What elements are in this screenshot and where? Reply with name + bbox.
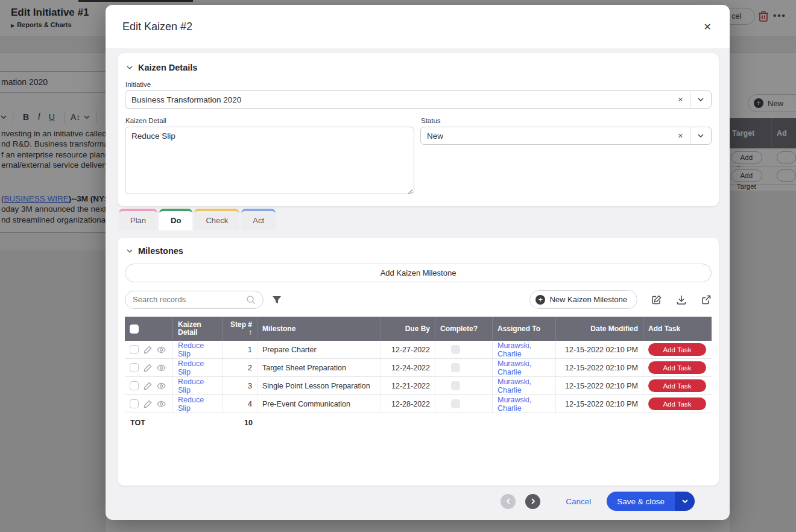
table-row: Reduce Slip 1 Prepare Charter 12-27-2022…: [125, 341, 712, 359]
add-task-button[interactable]: Add Task: [648, 379, 706, 392]
row-checkbox[interactable]: [130, 363, 139, 372]
save-and-close-label[interactable]: Save & close: [607, 492, 675, 511]
complete-checkbox[interactable]: [451, 345, 460, 354]
row-checkbox[interactable]: [130, 345, 139, 354]
step-number: 1: [223, 341, 257, 358]
kaizen-details-section-header[interactable]: Kaizen Details: [125, 63, 712, 72]
column-date-modified[interactable]: Date Modified: [556, 317, 643, 341]
clear-icon[interactable]: ✕: [671, 132, 690, 140]
status-field: ✕: [420, 127, 712, 145]
milestones-table: Kaizen Detail Step # ↑ Milestone Due By …: [125, 317, 712, 427]
kaizen-detail-link[interactable]: Reduce Slip: [178, 378, 217, 394]
dropdown-toggle[interactable]: [690, 132, 711, 139]
tab-check[interactable]: Check: [194, 209, 239, 230]
column-complete[interactable]: Complete?: [435, 317, 493, 341]
milestone-name: Target Sheet Preparation: [257, 359, 381, 376]
plus-circle-icon: +: [535, 295, 545, 305]
assigned-to-link[interactable]: Murawski, Charlie: [498, 341, 551, 358]
modal-title: Edit Kaizen #2: [122, 21, 704, 33]
kaizen-detail-link[interactable]: Reduce Slip: [178, 341, 217, 358]
date-modified: 12-15-2022 02:10 PM: [556, 359, 643, 376]
date-modified: 12-15-2022 02:10 PM: [556, 395, 643, 413]
previous-record-button[interactable]: [501, 494, 516, 509]
row-checkbox[interactable]: [130, 381, 139, 390]
edit-kaizen-modal: Edit Kaizen #2 ✕ Kaizen Details Initiati…: [106, 5, 730, 520]
column-step-sorted[interactable]: Step # ↑: [223, 317, 257, 341]
save-options-dropdown[interactable]: [675, 492, 695, 511]
due-by-date: 12-27-2022: [381, 341, 435, 358]
milestones-toolbar: + New Kaizen Milestone: [125, 290, 712, 309]
pdca-tabs: Plan Do Check Act: [119, 209, 719, 230]
edit-note-icon[interactable]: [651, 294, 662, 305]
row-checkbox[interactable]: [130, 399, 139, 408]
tab-plan[interactable]: Plan: [119, 209, 157, 230]
external-link-icon[interactable]: [701, 294, 712, 305]
close-icon[interactable]: ✕: [704, 21, 712, 33]
modal-header: Edit Kaizen #2 ✕: [106, 5, 730, 48]
status-input[interactable]: [421, 127, 671, 144]
eye-icon[interactable]: [157, 401, 166, 408]
assigned-to-link[interactable]: Murawski, Charlie: [498, 396, 551, 413]
eye-icon[interactable]: [157, 364, 166, 372]
add-kaizen-milestone-button[interactable]: Add Kaizen Milestone: [125, 264, 712, 282]
add-task-button[interactable]: Add Task: [648, 343, 706, 356]
step-number: 2: [223, 359, 257, 376]
milestones-section-header[interactable]: Milestones: [125, 246, 712, 256]
initiative-input[interactable]: [125, 91, 671, 108]
column-milestone[interactable]: Milestone: [257, 317, 381, 341]
kaizen-details-card: Kaizen Details Initiative ✕ Kaizen Detai…: [118, 53, 719, 206]
due-by-date: 12-24-2022: [381, 359, 435, 376]
tab-do[interactable]: Do: [159, 209, 192, 230]
clear-icon[interactable]: ✕: [671, 96, 690, 104]
cancel-button[interactable]: Cancel: [566, 497, 591, 506]
add-task-button[interactable]: Add Task: [648, 361, 706, 374]
total-label: TOT: [125, 419, 173, 427]
column-add-task: Add Task: [643, 317, 712, 341]
download-icon[interactable]: [676, 294, 687, 305]
table-row: Reduce Slip 2 Target Sheet Preparation 1…: [125, 359, 712, 377]
chevron-down-icon: [681, 498, 689, 505]
pencil-icon[interactable]: [144, 400, 152, 408]
eye-icon[interactable]: [157, 346, 166, 353]
search-input[interactable]: [133, 295, 246, 304]
complete-checkbox[interactable]: [451, 381, 460, 390]
milestone-name: Prepare Charter: [257, 341, 381, 358]
pencil-icon[interactable]: [144, 346, 152, 354]
kaizen-detail-link[interactable]: Reduce Slip: [178, 359, 217, 376]
pencil-icon[interactable]: [144, 364, 152, 372]
date-modified: 12-15-2022 02:10 PM: [556, 377, 643, 394]
eye-icon[interactable]: [157, 382, 166, 390]
dropdown-toggle[interactable]: [690, 96, 711, 103]
due-by-date: 12-28-2022: [381, 395, 435, 413]
complete-checkbox[interactable]: [451, 399, 460, 408]
save-and-close-button[interactable]: Save & close: [607, 492, 695, 511]
arrow-right-icon: [529, 498, 537, 505]
milestone-name: Pre-Event Communication: [257, 395, 381, 413]
assigned-to-link[interactable]: Murawski, Charlie: [498, 378, 551, 394]
add-task-button[interactable]: Add Task: [648, 397, 706, 410]
kaizen-detail-label: Kaizen Detail: [125, 117, 414, 124]
totals-row: TOT 10: [125, 419, 712, 427]
tab-act[interactable]: Act: [241, 209, 276, 230]
kaizen-detail-textarea[interactable]: Reduce Slip: [125, 127, 414, 194]
total-value: 10: [173, 419, 257, 427]
pencil-icon[interactable]: [144, 382, 152, 390]
chevron-down-icon: [697, 132, 704, 139]
table-header-row: Kaizen Detail Step # ↑ Milestone Due By …: [125, 317, 712, 341]
assigned-to-link[interactable]: Murawski, Charlie: [498, 359, 551, 376]
select-all-checkbox[interactable]: [130, 325, 139, 334]
search-icon: [246, 295, 256, 305]
filter-icon[interactable]: [272, 295, 282, 305]
due-by-date: 12-21-2022: [381, 377, 435, 394]
column-due-by[interactable]: Due By: [381, 317, 435, 341]
table-row: Reduce Slip 4 Pre-Event Communication 12…: [125, 395, 712, 413]
complete-checkbox[interactable]: [451, 363, 460, 372]
new-kaizen-milestone-button[interactable]: + New Kaizen Milestone: [529, 290, 637, 309]
kaizen-detail-link[interactable]: Reduce Slip: [178, 396, 217, 413]
chevron-down-icon: [126, 64, 133, 71]
column-kaizen-detail[interactable]: Kaizen Detail: [173, 317, 223, 341]
column-assigned-to[interactable]: Assigned To: [493, 317, 556, 341]
arrow-left-icon: [505, 498, 512, 505]
date-modified: 12-15-2022 02:10 PM: [556, 341, 643, 358]
next-record-button[interactable]: [525, 494, 540, 509]
